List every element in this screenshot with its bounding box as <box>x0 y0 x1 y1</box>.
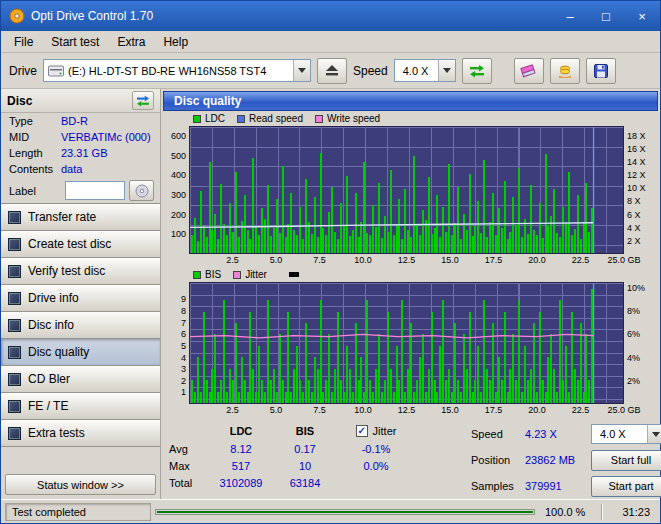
legend-bis: BIS <box>193 269 221 280</box>
axis-tick: 15.0 <box>441 255 459 265</box>
chevron-down-icon <box>443 68 451 73</box>
disc-label-input[interactable] <box>65 181 125 200</box>
axis-tick: 8 X <box>627 197 641 206</box>
samples-label: Samples <box>471 480 525 492</box>
disc-info-row: Contentsdata <box>1 161 160 177</box>
result-row-label: Avg <box>169 443 209 455</box>
menu-item-extra[interactable]: Extra <box>108 32 154 52</box>
refresh-speeds-button[interactable] <box>462 58 492 84</box>
sidebar-button-cd-bler[interactable]: CD Bler <box>1 365 160 393</box>
bis-chart-row: 987654321 10%8%6%4%2% <box>163 282 658 404</box>
test-speed-select-value: 4.0 X <box>596 428 630 440</box>
legend-read-speed: Read speed <box>237 113 303 124</box>
menu-item-help[interactable]: Help <box>154 32 197 52</box>
status-bar: Test completed 100.0 % 31:23 <box>1 499 660 523</box>
app-window: Opti Drive Control 1.70 – □ × FileStart … <box>0 0 661 524</box>
axis-tick: 600 <box>171 131 186 140</box>
test-speed-select[interactable]: 4.0 X <box>591 424 661 444</box>
sidebar-button-label: Disc info <box>28 318 74 332</box>
speed-select-arrow[interactable] <box>438 60 455 81</box>
jitter-checkbox[interactable]: ✓ <box>356 425 368 437</box>
minimize-button[interactable]: – <box>552 1 588 31</box>
eject-button[interactable] <box>317 58 347 84</box>
info-value-type: BD-R <box>61 115 88 127</box>
save-button[interactable] <box>586 58 616 84</box>
sidebar-button-extra-tests[interactable]: Extra tests <box>1 419 160 447</box>
progress-fill <box>157 511 533 513</box>
sidebar-button-label: CD Bler <box>28 372 70 386</box>
cd-icon <box>135 184 149 198</box>
axis-tick: 10.0 <box>354 255 372 265</box>
drive-info-icon <box>8 292 21 305</box>
axis-tick: 17.5 <box>485 255 503 265</box>
sidebar-button-disc-info[interactable]: Disc info <box>1 311 160 339</box>
donate-button[interactable] <box>550 58 580 84</box>
disc-label-button[interactable] <box>129 180 154 201</box>
sidebar-button-label: Disc quality <box>28 345 89 359</box>
close-button[interactable]: × <box>624 1 660 31</box>
sidebar-button-disc-quality[interactable]: Disc quality <box>1 338 160 366</box>
sidebar-button-fe-te[interactable]: FE / TE <box>1 392 160 420</box>
status-window-button[interactable]: Status window >> <box>5 474 156 495</box>
axis-tick: 22.5 <box>572 405 590 415</box>
read-speed-line <box>190 223 594 228</box>
position-marker <box>289 272 299 277</box>
axis-tick: 2 X <box>627 236 641 245</box>
axis-tick: 400 <box>171 171 186 180</box>
axis-tick: 2 <box>181 376 186 385</box>
sidebar-button-drive-info[interactable]: Drive info <box>1 284 160 312</box>
bis-max-value: 10 <box>273 460 337 472</box>
legend-swatch-write-speed <box>315 115 323 123</box>
bis-total-value: 63184 <box>273 477 337 489</box>
results-rows: Avg8.120.17-0.1%Max517100.0%Total3102089… <box>169 440 461 491</box>
drive-select[interactable]: (E:) HL-DT-ST BD-RE WH16NS58 TST4 <box>43 59 311 82</box>
legend-swatch-read-speed <box>237 115 245 123</box>
legend-write-speed: Write speed <box>315 113 380 124</box>
axis-tick: 6% <box>627 330 640 339</box>
ldc-avg-value: 8.12 <box>209 443 273 455</box>
start-full-button[interactable]: Start full <box>591 450 661 471</box>
speed-select[interactable]: 4.0 X <box>394 59 456 82</box>
disc-info-row: Length23.31 GB <box>1 145 160 161</box>
axis-tick: 12.5 <box>398 405 416 415</box>
results-header-row: LDC BIS ✓ Jitter <box>169 422 461 440</box>
maximize-button[interactable]: □ <box>588 1 624 31</box>
sidebar-button-transfer-rate[interactable]: Transfer rate <box>1 203 160 231</box>
disc-quality-icon <box>8 346 21 359</box>
sidebar-button-verify-test-disc[interactable]: Verify test disc <box>1 257 160 285</box>
test-speed-select-arrow[interactable] <box>647 425 661 443</box>
axis-tick: 12.5 <box>398 255 416 265</box>
axis-tick: 4% <box>627 353 640 362</box>
content-area: Disc TypeBD-RMIDVERBATIMc (000)Length23.… <box>1 89 660 499</box>
jitter-y-axis: 10%8%6%4%2% <box>624 282 658 404</box>
legend-swatch-jitter <box>233 271 241 279</box>
jitter-line <box>190 334 594 337</box>
axis-tick: 25.0 GB <box>607 405 640 415</box>
sidebar-button-label: Drive info <box>28 291 79 305</box>
fe-te-icon <box>8 400 21 413</box>
chevron-down-icon <box>652 432 660 437</box>
statusbar-divider <box>601 504 602 520</box>
axis-tick: 100 <box>171 230 186 239</box>
start-part-button[interactable]: Start part <box>591 476 661 497</box>
axis-tick: 6 X <box>627 210 641 219</box>
erase-disc-button[interactable] <box>514 58 544 84</box>
menu-item-file[interactable]: File <box>5 32 42 52</box>
axis-tick: 7.5 <box>313 405 326 415</box>
label-label: Label <box>9 185 61 197</box>
axis-tick: 18 X <box>627 131 646 140</box>
menu-item-start-test[interactable]: Start test <box>42 32 108 52</box>
sidebar-button-label: FE / TE <box>28 399 68 413</box>
axis-tick: 14 X <box>627 158 646 167</box>
sidebar-button-create-test-disc[interactable]: Create test disc <box>1 230 160 258</box>
results-row-avg: Avg8.120.17-0.1% <box>169 440 461 457</box>
info-value-contents[interactable]: data <box>61 163 82 175</box>
disc-section-title: Disc <box>7 94 32 108</box>
speed-result-value: 4.23 X <box>525 428 591 440</box>
panel-title: Disc quality <box>174 94 241 108</box>
disc-info-list: TypeBD-RMIDVERBATIMc (000)Length23.31 GB… <box>1 113 160 177</box>
axis-tick: 6 <box>181 330 186 339</box>
drive-select-arrow[interactable] <box>293 60 310 81</box>
refresh-disc-button[interactable] <box>132 91 154 110</box>
bis-x-axis: 2.55.07.510.012.515.017.520.022.525.0 GB <box>189 404 624 417</box>
